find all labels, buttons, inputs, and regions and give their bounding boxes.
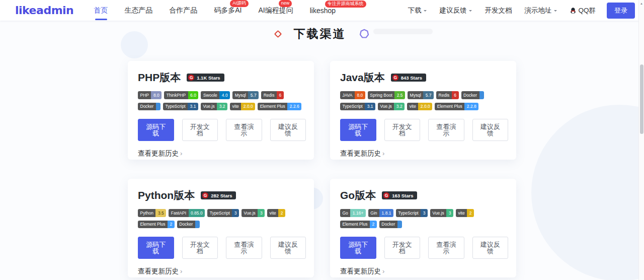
stars-count: 282 Stars [211, 193, 232, 198]
brand-logo[interactable]: likeadmin [15, 4, 73, 17]
badge-label: Gin [368, 209, 379, 217]
dev-docs-button[interactable]: 开发文档 [182, 119, 218, 141]
badge-value: 5.7 [423, 91, 434, 99]
feedback-button[interactable]: 建议反馈 [472, 119, 509, 141]
nav-item-ai-coding[interactable]: AI编程提问new [259, 6, 293, 15]
badge-value: 4.0 [219, 91, 230, 99]
nav-qq-group[interactable]: QQ群 [570, 6, 596, 15]
update-history-link[interactable]: 查看更新历史› [340, 149, 384, 158]
gitee-stars-badge[interactable]: G 843 Stars [391, 74, 426, 82]
card-header: Go版本 G 163 Stars [340, 188, 508, 202]
badge-value: 0.85.0 [189, 209, 205, 217]
nav-badge: AI源码 [230, 0, 249, 7]
chevron-right-icon: › [180, 267, 182, 275]
badge-value: 3 [446, 209, 453, 217]
nav-dev-docs[interactable]: 开发文档 [485, 6, 512, 15]
update-history-link[interactable]: 查看更新历史› [340, 267, 384, 276]
scroll-up-icon[interactable]: ▲ [639, 2, 644, 5]
nav-item-home[interactable]: 首页 [94, 6, 108, 15]
tech-badge-vue-js: Vue.js3.2 [201, 103, 227, 111]
badge-label: Mysql [408, 91, 423, 99]
tech-badge-vite: vite2.0.0 [230, 103, 255, 111]
view-demo-button[interactable]: 查看演示 [226, 237, 262, 259]
nav-item-partner-products[interactable]: 合作产品 [169, 6, 197, 15]
tech-badges: Go1.16+Gin1.8.1TypeScript3Vue.js3vite2El… [340, 209, 508, 228]
tech-badge-gin: Gin1.8.1 [368, 209, 393, 217]
tech-badge-go: Go1.16+ [340, 209, 366, 217]
card-actions: 源码下载 开发文档查看演示建议反馈 [138, 237, 306, 259]
nav-demo[interactable]: 演示地址 [524, 6, 557, 15]
version-card-java: Java版本 G 843 Stars JAVA8.0Spring Boot2.5… [330, 61, 516, 160]
feedback-button[interactable]: 建议反馈 [270, 119, 306, 141]
gitee-stars-badge[interactable]: G 163 Stars [382, 191, 417, 199]
secondary-nav: 下载建议反馈开发文档演示地址QQ群 [408, 6, 596, 15]
tech-badge-vite: vite2.0.0 [407, 103, 432, 111]
badge-label: vite [407, 103, 418, 111]
source-download-button[interactable]: 源码下载 [340, 119, 376, 141]
card-actions: 源码下载 开发文档查看演示建议反馈 [340, 119, 508, 141]
card-actions: 源码下载 开发文档查看演示建议反馈 [340, 237, 508, 259]
chevron-right-icon: › [180, 150, 182, 157]
badge-label: Vue.js [378, 103, 394, 111]
tech-badges: Python3.5FastAPI0.85.0TypeScript3Vue.js3… [138, 209, 306, 228]
gitee-stars-badge[interactable]: G 1.1K Stars [187, 74, 224, 82]
tech-badge-fastapi: FastAPI0.85.0 [169, 209, 205, 217]
nav-label: 开发文档 [485, 6, 512, 15]
badge-label: TypeScript [396, 209, 421, 217]
nav-label: 下载 [408, 6, 421, 15]
nav-badge: 专注开源商城系统 [325, 1, 366, 8]
view-demo-button[interactable]: 查看演示 [428, 119, 464, 141]
nav-download[interactable]: 下载 [408, 6, 427, 15]
update-history-link[interactable]: 查看更新历史› [138, 149, 182, 158]
card-title: Go版本 [340, 188, 376, 202]
view-demo-button[interactable]: 查看演示 [226, 119, 262, 141]
card-header: PHP版本 G 1.1K Stars [138, 71, 306, 85]
source-download-button[interactable]: 源码下载 [340, 237, 376, 259]
nav-feedback[interactable]: 建议反馈 [439, 6, 472, 15]
badge-value: 6.0 [188, 91, 199, 99]
tech-badge-spring-boot: Spring Boot2.5 [368, 91, 405, 99]
version-card-python: Python版本 G 282 Stars Python3.5FastAPI0.8… [128, 179, 314, 277]
scrollbar[interactable]: ▲ [638, 0, 644, 280]
card-title: PHP版本 [138, 71, 181, 85]
feedback-button[interactable]: 建议反馈 [270, 237, 306, 259]
badge-value: 3 [232, 209, 239, 217]
badge-label: Mysql [232, 91, 248, 99]
badge-label: Vue.js [430, 209, 446, 217]
section-title: 下载渠道 [294, 26, 346, 42]
login-button[interactable]: 登录 [607, 3, 635, 19]
dev-docs-button[interactable]: 开发文档 [384, 237, 421, 259]
heptagon-icon [359, 29, 369, 39]
stars-count: 1.1K Stars [197, 75, 220, 81]
nav-item-likeshop[interactable]: likeshop专注开源商城系统 [310, 7, 336, 15]
source-download-button[interactable]: 源码下载 [138, 237, 174, 259]
badge-value: 3.1 [365, 103, 375, 111]
tech-badge-mysql: Mysql5.7 [232, 91, 259, 99]
top-navbar: likeadmin 首页生态产品合作产品码多多AIAI源码AI编程提问newli… [0, 0, 644, 21]
nav-label: 演示地址 [524, 6, 551, 15]
nav-item-mdd-ai[interactable]: 码多多AIAI源码 [214, 6, 242, 15]
nav-item-eco-products[interactable]: 生态产品 [124, 6, 152, 15]
card-header: Java版本 G 843 Stars [340, 71, 508, 85]
gitee-stars-badge[interactable]: G 282 Stars [201, 191, 236, 199]
badge-label: JAVA [340, 91, 355, 99]
feedback-button[interactable]: 建议反馈 [472, 237, 509, 259]
source-download-button[interactable]: 源码下载 [138, 119, 174, 141]
badge-value: 8.0 [151, 91, 162, 99]
tech-badge-element-plus: Element Plus2.2.6 [258, 103, 301, 111]
dev-docs-button[interactable]: 开发文档 [182, 237, 218, 259]
scrollbar-thumb[interactable] [640, 64, 643, 134]
badge-label: ThinkPHP [164, 91, 188, 99]
update-history-link[interactable]: 查看更新历史› [138, 267, 182, 276]
badge-label: vite [267, 209, 278, 217]
badge-label: FastAPI [169, 209, 188, 217]
view-demo-button[interactable]: 查看演示 [428, 237, 464, 259]
badge-value: 3 [421, 209, 428, 217]
badge-value: 1.16+ [350, 209, 366, 217]
dev-docs-button[interactable]: 开发文档 [384, 119, 421, 141]
page: likeadmin 首页生态产品合作产品码多多AIAI源码AI编程提问newli… [0, 0, 644, 280]
card-actions: 源码下载 开发文档查看演示建议反馈 [138, 119, 306, 141]
tech-badge-swoole: Swoole4.0 [201, 91, 230, 99]
badge-value: 2 [467, 209, 474, 217]
badge-label: Python [138, 209, 155, 217]
